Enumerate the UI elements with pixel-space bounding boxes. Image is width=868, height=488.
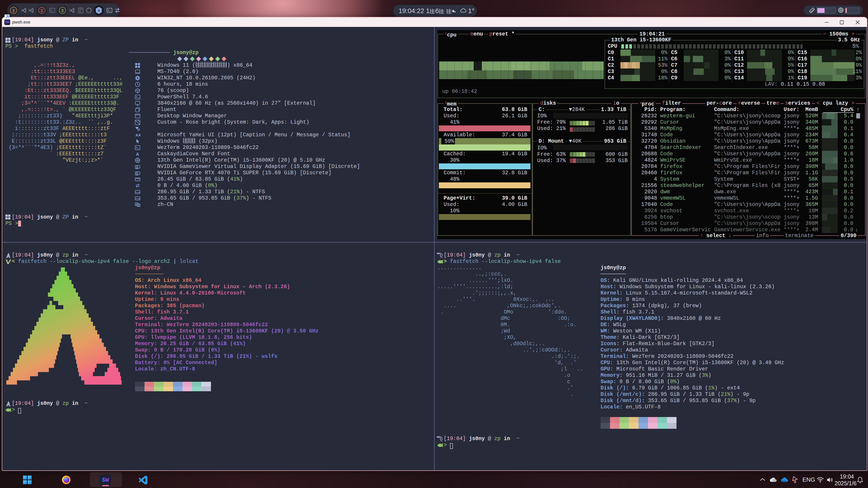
svg-text:A: A	[136, 152, 139, 157]
svg-text:4: 4	[98, 9, 100, 12]
svg-text:AA: AA	[135, 133, 141, 137]
